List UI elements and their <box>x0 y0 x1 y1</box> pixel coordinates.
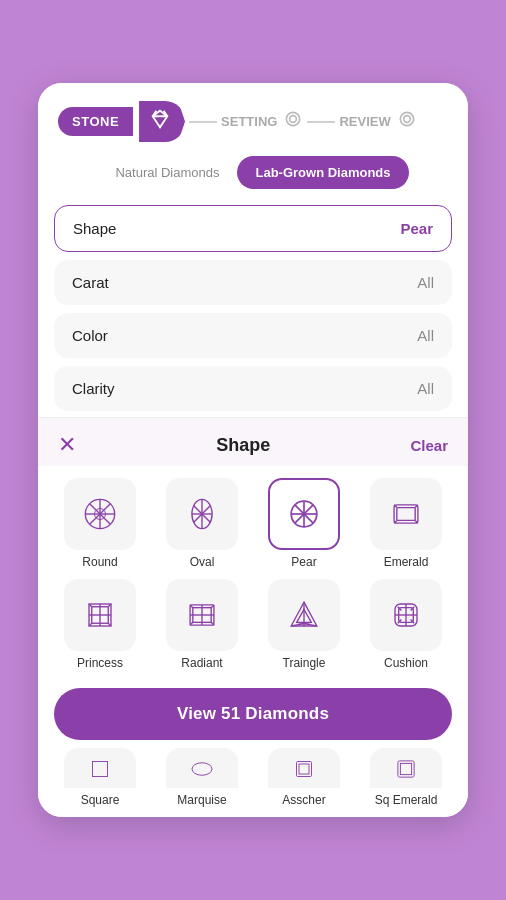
svg-point-59 <box>192 763 212 776</box>
shape-pear-box <box>268 478 340 550</box>
view-btn-wrap: View 51 Diamonds <box>38 678 468 748</box>
shape-sq-emerald[interactable]: Sq Emerald <box>360 748 452 807</box>
shape-princess-box <box>64 579 136 651</box>
shape-princess[interactable]: Princess <box>54 579 146 670</box>
shape-round-box <box>64 478 136 550</box>
shape-marquise-label: Marquise <box>177 793 226 807</box>
sheet-header: ✕ Shape Clear <box>38 418 468 466</box>
shape-square-label: Square <box>81 793 120 807</box>
svg-rect-61 <box>299 764 309 774</box>
shape-emerald[interactable]: Emerald <box>360 478 452 569</box>
shape-marquise-box <box>166 748 238 788</box>
filter-color-label: Color <box>72 327 108 344</box>
filter-color[interactable]: Color All <box>54 313 452 358</box>
svg-point-5 <box>290 116 297 123</box>
shape-radiant-label: Radiant <box>181 656 222 670</box>
tab-labgrown[interactable]: Lab-Grown Diamonds <box>237 156 408 189</box>
shape-sq-emerald-label: Sq Emerald <box>375 793 438 807</box>
main-card: STONE SETTING REVIEW <box>38 83 468 817</box>
shape-radiant[interactable]: Radiant <box>156 579 248 670</box>
filter-carat-label: Carat <box>72 274 109 291</box>
clear-button[interactable]: Clear <box>410 437 448 454</box>
shape-emerald-box <box>370 478 442 550</box>
shape-cushion[interactable]: Cushion <box>360 579 452 670</box>
close-button[interactable]: ✕ <box>58 434 76 456</box>
shape-cushion-label: Cushion <box>384 656 428 670</box>
filter-shape[interactable]: Shape Pear <box>54 205 452 252</box>
divider-2 <box>307 121 335 123</box>
filter-clarity-value: All <box>417 380 434 397</box>
shape-oval-box <box>166 478 238 550</box>
step-review-label: REVIEW <box>339 114 390 129</box>
step-review[interactable]: REVIEW <box>339 109 416 134</box>
step-stone-icon <box>139 101 185 142</box>
shape-square[interactable]: Square <box>54 748 146 807</box>
shape-traingle-label: Traingle <box>283 656 326 670</box>
step-setting-label: SETTING <box>221 114 277 129</box>
filter-color-value: All <box>417 327 434 344</box>
shape-asscher-label: Asscher <box>282 793 325 807</box>
shape-grid-bottom: Square Marquise Asscher <box>38 748 468 817</box>
view-diamonds-button[interactable]: View 51 Diamonds <box>54 688 452 740</box>
shape-marquise[interactable]: Marquise <box>156 748 248 807</box>
filter-shape-label: Shape <box>73 220 116 237</box>
step-stone-label: STONE <box>58 107 133 136</box>
shape-grid: Round Oval <box>38 466 468 678</box>
shape-princess-label: Princess <box>77 656 123 670</box>
divider-1 <box>189 121 217 123</box>
svg-rect-24 <box>397 508 415 521</box>
shape-traingle[interactable]: Traingle <box>258 579 350 670</box>
step-stone[interactable]: STONE <box>58 101 185 142</box>
steps-bar: STONE SETTING REVIEW <box>38 83 468 156</box>
shape-asscher[interactable]: Asscher <box>258 748 350 807</box>
filter-list: Shape Pear Carat All Color All Clarity A… <box>38 205 468 411</box>
shape-cushion-box <box>370 579 442 651</box>
shape-radiant-box <box>166 579 238 651</box>
shape-sq-emerald-box <box>370 748 442 788</box>
shape-square-box <box>64 748 136 788</box>
filter-clarity-label: Clarity <box>72 380 115 397</box>
shape-traingle-box <box>268 579 340 651</box>
sheet-title: Shape <box>76 435 410 456</box>
tab-natural[interactable]: Natural Diamonds <box>97 156 237 189</box>
step-review-icon <box>397 109 417 134</box>
shape-oval-label: Oval <box>190 555 215 569</box>
step-setting[interactable]: SETTING <box>221 109 303 134</box>
filter-clarity[interactable]: Clarity All <box>54 366 452 411</box>
filter-shape-value: Pear <box>400 220 433 237</box>
svg-rect-58 <box>93 762 108 777</box>
shape-round[interactable]: Round <box>54 478 146 569</box>
shape-pear[interactable]: Pear <box>258 478 350 569</box>
shape-bottom-sheet: ✕ Shape Clear Round <box>38 417 468 817</box>
filter-carat-value: All <box>417 274 434 291</box>
shape-pear-label: Pear <box>291 555 316 569</box>
shape-emerald-label: Emerald <box>384 555 429 569</box>
shape-round-label: Round <box>82 555 117 569</box>
tab-switcher: Natural Diamonds Lab-Grown Diamonds <box>38 156 468 205</box>
shape-asscher-box <box>268 748 340 788</box>
shape-oval[interactable]: Oval <box>156 478 248 569</box>
svg-rect-63 <box>400 763 411 774</box>
filter-carat[interactable]: Carat All <box>54 260 452 305</box>
step-setting-icon <box>283 109 303 134</box>
svg-point-4 <box>287 112 300 125</box>
svg-point-6 <box>400 112 413 125</box>
svg-point-7 <box>403 116 410 123</box>
